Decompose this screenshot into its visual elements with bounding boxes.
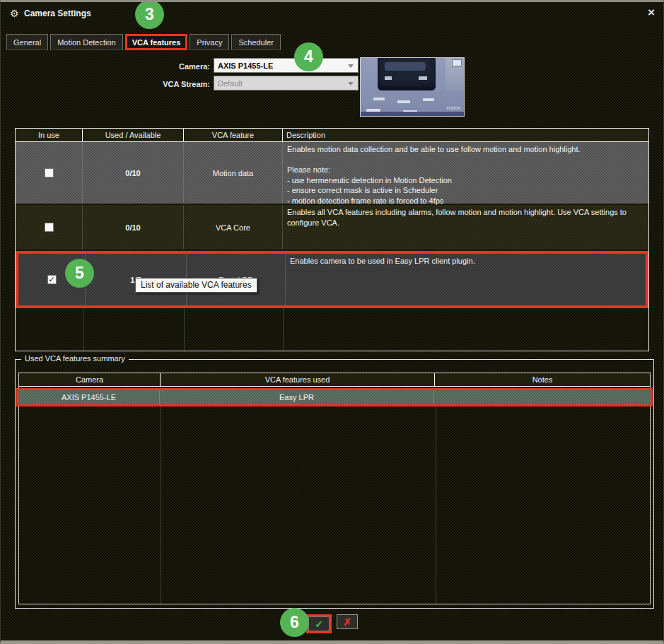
title-bar: ⚙ Camera Settings × — [1, 2, 663, 25]
header-in-use: In use — [16, 129, 83, 141]
vca-stream-dropdown-value: Default — [218, 79, 243, 88]
check-icon: ✓ — [315, 619, 323, 630]
dialog-button-bar: ✓ ✗ — [1, 614, 663, 633]
annotation-badge-4: 4 — [294, 42, 323, 71]
tab-privacy[interactable]: Privacy — [190, 34, 229, 50]
column-separator — [161, 406, 161, 604]
close-icon[interactable]: × — [648, 6, 655, 18]
tab-vca-features[interactable]: VCA features — [125, 34, 188, 50]
vca-table-header: In use Used / Available VCA feature Desc… — [16, 129, 648, 142]
preview-car-headlights — [385, 76, 427, 80]
header-camera: Camera — [19, 373, 161, 386]
tab-bar: General Motion Detection VCA features Pr… — [6, 34, 281, 50]
preview-road-marking — [423, 98, 434, 101]
vca-core-feature: VCA Core — [184, 205, 283, 250]
tab-general[interactable]: General — [6, 34, 48, 50]
used-vca-summary-group: Used VCA features summary Camera VCA fea… — [15, 359, 654, 609]
summary-notes — [434, 390, 651, 404]
vca-stream-label: VCA Stream: — [145, 80, 210, 88]
motion-data-description: Enables motion data collection and be ab… — [283, 142, 648, 204]
header-description: Description — [283, 129, 648, 141]
ok-button[interactable]: ✓ — [308, 616, 330, 631]
vca-stream-dropdown[interactable]: Default — [214, 76, 359, 90]
summary-features-used: Easy LPR — [160, 390, 434, 404]
annotation-badge-6: 6 — [280, 608, 309, 637]
preview-bottom-bar — [361, 112, 464, 116]
preview-road-marking — [397, 100, 410, 103]
camera-label: Camera: — [145, 62, 210, 71]
camera-settings-icon: ⚙ — [10, 8, 19, 19]
annotation-badge-5: 5 — [65, 259, 94, 288]
annotation-highlight-ok-button: ✓ — [306, 614, 332, 633]
tooltip: List of available VCA features — [135, 278, 257, 293]
column-separator — [283, 308, 284, 351]
header-vca-features-used: VCA features used — [161, 373, 435, 386]
summary-table-header: Camera VCA features used Notes — [19, 373, 650, 387]
summary-empty-area — [19, 406, 650, 604]
camera-dropdown-value: AXIS P1455-LE — [218, 62, 273, 70]
x-icon: ✗ — [343, 616, 351, 628]
tab-motion-detection[interactable]: Motion Detection — [50, 34, 123, 50]
table-row-vca-core[interactable]: 0/10 VCA Core Enables all VCA features i… — [16, 205, 648, 250]
summary-group-title: Used VCA features summary — [21, 354, 129, 363]
easy-lpr-checkbox[interactable]: ✓ — [47, 275, 57, 284]
camera-settings-window: ⚙ Camera Settings × General Motion Detec… — [0, 0, 664, 644]
chevron-down-icon — [348, 64, 354, 68]
tab-scheduler[interactable]: Scheduler — [231, 34, 281, 50]
vca-core-used: 0/10 — [83, 205, 184, 250]
preview-sign — [452, 59, 462, 66]
easy-lpr-description: Enables camera to be used in Easy LPR cl… — [286, 254, 646, 305]
column-separator — [83, 308, 83, 351]
preview-watermark: vision — [446, 105, 461, 110]
preview-car-windshield — [385, 62, 426, 71]
motion-data-used: 0/10 — [83, 142, 184, 204]
column-separator — [184, 308, 185, 351]
camera-preview-image: vision — [360, 57, 465, 117]
camera-dropdown[interactable]: AXIS P1455-LE — [214, 58, 359, 73]
motion-data-checkbox[interactable] — [45, 168, 54, 177]
header-used-available: Used / Available — [83, 129, 184, 141]
window-title: Camera Settings — [24, 8, 91, 18]
summary-row-axis-p1455[interactable]: AXIS P1455-LE Easy LPR — [18, 390, 651, 404]
vca-core-description: Enables all VCA features including alarm… — [283, 205, 648, 250]
cancel-button[interactable]: ✗ — [337, 614, 358, 629]
column-separator — [436, 406, 436, 604]
header-notes: Notes — [435, 373, 650, 386]
summary-table: Camera VCA features used Notes AXIS P145… — [18, 373, 651, 604]
annotation-highlight-summary-row: AXIS P1455-LE Easy LPR — [16, 388, 653, 406]
preview-road-marking — [373, 98, 385, 100]
table-row-motion-data[interactable]: 0/10 Motion data Enables motion data col… — [16, 142, 648, 204]
annotation-highlight-easy-lpr-row: ✓ 1/5 Easy LPR Enables camera to be used… — [16, 251, 648, 308]
header-vca-feature: VCA feature — [184, 129, 283, 141]
motion-data-feature: Motion data — [184, 142, 283, 204]
table-empty-area — [16, 308, 648, 351]
table-row-easy-lpr[interactable]: ✓ 1/5 Easy LPR Enables camera to be used… — [18, 254, 646, 305]
summary-camera: AXIS P1455-LE — [18, 390, 160, 404]
vca-features-table: In use Used / Available VCA feature Desc… — [15, 128, 649, 351]
vca-core-checkbox[interactable] — [45, 223, 54, 232]
annotation-badge-3: 3 — [135, 0, 164, 29]
chevron-down-icon — [348, 82, 354, 86]
